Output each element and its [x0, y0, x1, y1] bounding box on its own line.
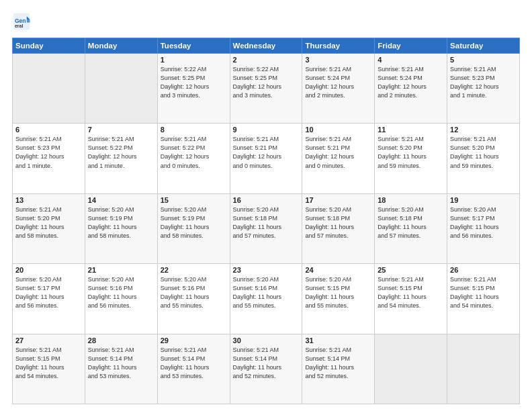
calendar-cell: 13Sunrise: 5:21 AM Sunset: 5:20 PM Dayli… — [13, 193, 85, 263]
weekday-header: Friday — [375, 38, 447, 54]
calendar-cell: 7Sunrise: 5:21 AM Sunset: 5:22 PM Daylig… — [85, 124, 157, 193]
calendar-cell: 23Sunrise: 5:20 AM Sunset: 5:16 PM Dayli… — [230, 264, 302, 334]
day-info: Sunrise: 5:22 AM Sunset: 5:25 PM Dayligh… — [161, 65, 227, 100]
day-info: Sunrise: 5:20 AM Sunset: 5:18 PM Dayligh… — [305, 205, 371, 240]
calendar-cell: 4Sunrise: 5:21 AM Sunset: 5:24 PM Daylig… — [375, 54, 447, 124]
calendar-table: SundayMondayTuesdayWednesdayThursdayFrid… — [12, 38, 520, 404]
day-number: 17 — [305, 196, 371, 204]
day-number: 14 — [88, 196, 154, 204]
weekday-header: Wednesday — [230, 38, 302, 54]
calendar-cell: 12Sunrise: 5:21 AM Sunset: 5:20 PM Dayli… — [447, 124, 520, 193]
calendar-week-row: 20Sunrise: 5:20 AM Sunset: 5:17 PM Dayli… — [13, 264, 520, 334]
calendar-cell: 24Sunrise: 5:20 AM Sunset: 5:15 PM Dayli… — [302, 264, 375, 334]
day-info: Sunrise: 5:21 AM Sunset: 5:22 PM Dayligh… — [88, 135, 154, 170]
day-info: Sunrise: 5:21 AM Sunset: 5:23 PM Dayligh… — [450, 65, 517, 100]
calendar-cell: 10Sunrise: 5:21 AM Sunset: 5:21 PM Dayli… — [302, 124, 375, 193]
calendar-cell: 2Sunrise: 5:22 AM Sunset: 5:25 PM Daylig… — [230, 54, 302, 124]
day-number: 15 — [161, 196, 227, 204]
day-number: 6 — [15, 126, 82, 134]
day-info: Sunrise: 5:20 AM Sunset: 5:17 PM Dayligh… — [15, 275, 82, 310]
calendar-cell: 27Sunrise: 5:21 AM Sunset: 5:15 PM Dayli… — [13, 334, 85, 404]
day-info: Sunrise: 5:21 AM Sunset: 5:15 PM Dayligh… — [378, 275, 444, 310]
calendar-week-row: 1Sunrise: 5:22 AM Sunset: 5:25 PM Daylig… — [13, 54, 520, 124]
day-info: Sunrise: 5:21 AM Sunset: 5:24 PM Dayligh… — [378, 65, 444, 100]
day-number: 12 — [450, 126, 517, 134]
day-info: Sunrise: 5:21 AM Sunset: 5:21 PM Dayligh… — [305, 135, 371, 170]
day-number: 24 — [305, 266, 371, 274]
calendar-cell — [85, 54, 157, 124]
weekday-header: Thursday — [302, 38, 375, 54]
calendar-cell: 5Sunrise: 5:21 AM Sunset: 5:23 PM Daylig… — [447, 54, 520, 124]
calendar-cell: 19Sunrise: 5:20 AM Sunset: 5:17 PM Dayli… — [447, 193, 520, 263]
calendar-cell: 14Sunrise: 5:20 AM Sunset: 5:19 PM Dayli… — [85, 193, 157, 263]
day-number: 4 — [378, 56, 444, 64]
day-info: Sunrise: 5:21 AM Sunset: 5:14 PM Dayligh… — [88, 346, 154, 381]
day-number: 31 — [305, 336, 371, 345]
calendar-cell: 29Sunrise: 5:21 AM Sunset: 5:14 PM Dayli… — [157, 334, 230, 404]
weekday-header: Tuesday — [157, 38, 230, 54]
calendar-week-row: 6Sunrise: 5:21 AM Sunset: 5:23 PM Daylig… — [13, 124, 520, 193]
day-info: Sunrise: 5:21 AM Sunset: 5:23 PM Dayligh… — [15, 135, 82, 170]
day-number: 30 — [233, 336, 300, 345]
calendar-header-row: SundayMondayTuesdayWednesdayThursdayFrid… — [13, 38, 520, 54]
day-number: 11 — [378, 126, 444, 134]
calendar-cell: 26Sunrise: 5:21 AM Sunset: 5:15 PM Dayli… — [447, 264, 520, 334]
calendar-cell: 17Sunrise: 5:20 AM Sunset: 5:18 PM Dayli… — [302, 193, 375, 263]
day-info: Sunrise: 5:21 AM Sunset: 5:20 PM Dayligh… — [378, 135, 444, 170]
calendar-week-row: 27Sunrise: 5:21 AM Sunset: 5:15 PM Dayli… — [13, 334, 520, 404]
day-number: 16 — [233, 196, 300, 204]
svg-text:Gen: Gen — [15, 17, 26, 24]
day-number: 28 — [88, 336, 154, 345]
day-info: Sunrise: 5:21 AM Sunset: 5:14 PM Dayligh… — [161, 346, 227, 381]
calendar-cell: 21Sunrise: 5:20 AM Sunset: 5:16 PM Dayli… — [85, 264, 157, 334]
day-number: 19 — [450, 196, 517, 204]
logo: Gen eral — [12, 12, 34, 31]
day-info: Sunrise: 5:21 AM Sunset: 5:22 PM Dayligh… — [161, 135, 227, 170]
weekday-header: Saturday — [447, 38, 520, 54]
day-info: Sunrise: 5:21 AM Sunset: 5:14 PM Dayligh… — [305, 346, 371, 381]
day-info: Sunrise: 5:22 AM Sunset: 5:25 PM Dayligh… — [233, 65, 300, 100]
calendar-cell: 20Sunrise: 5:20 AM Sunset: 5:17 PM Dayli… — [13, 264, 85, 334]
calendar-cell — [13, 54, 85, 124]
day-number: 13 — [15, 196, 82, 204]
logo-icon: Gen eral — [12, 12, 31, 31]
calendar-cell: 30Sunrise: 5:21 AM Sunset: 5:14 PM Dayli… — [230, 334, 302, 404]
day-number: 2 — [233, 56, 300, 64]
day-info: Sunrise: 5:20 AM Sunset: 5:18 PM Dayligh… — [233, 205, 300, 240]
day-number: 8 — [161, 126, 227, 134]
day-info: Sunrise: 5:21 AM Sunset: 5:24 PM Dayligh… — [305, 65, 371, 100]
day-number: 18 — [378, 196, 444, 204]
calendar-cell: 16Sunrise: 5:20 AM Sunset: 5:18 PM Dayli… — [230, 193, 302, 263]
calendar-cell: 22Sunrise: 5:20 AM Sunset: 5:16 PM Dayli… — [157, 264, 230, 334]
day-info: Sunrise: 5:20 AM Sunset: 5:18 PM Dayligh… — [378, 205, 444, 240]
calendar-cell: 28Sunrise: 5:21 AM Sunset: 5:14 PM Dayli… — [85, 334, 157, 404]
calendar-cell: 15Sunrise: 5:20 AM Sunset: 5:19 PM Dayli… — [157, 193, 230, 263]
day-info: Sunrise: 5:21 AM Sunset: 5:20 PM Dayligh… — [15, 205, 82, 240]
day-number: 26 — [450, 266, 517, 274]
day-number: 9 — [233, 126, 300, 134]
day-info: Sunrise: 5:21 AM Sunset: 5:15 PM Dayligh… — [15, 346, 82, 381]
calendar-cell: 3Sunrise: 5:21 AM Sunset: 5:24 PM Daylig… — [302, 54, 375, 124]
day-number: 10 — [305, 126, 371, 134]
day-info: Sunrise: 5:20 AM Sunset: 5:19 PM Dayligh… — [88, 205, 154, 240]
day-info: Sunrise: 5:21 AM Sunset: 5:15 PM Dayligh… — [450, 275, 517, 310]
calendar-cell: 11Sunrise: 5:21 AM Sunset: 5:20 PM Dayli… — [375, 124, 447, 193]
page: Gen eral SundayMondayTuesdayWednesdayThu… — [0, 0, 532, 411]
day-info: Sunrise: 5:21 AM Sunset: 5:21 PM Dayligh… — [233, 135, 300, 170]
calendar-cell: 9Sunrise: 5:21 AM Sunset: 5:21 PM Daylig… — [230, 124, 302, 193]
day-number: 20 — [15, 266, 82, 274]
day-number: 29 — [161, 336, 227, 345]
day-info: Sunrise: 5:21 AM Sunset: 5:14 PM Dayligh… — [233, 346, 300, 381]
day-number: 1 — [161, 56, 227, 64]
day-number: 27 — [15, 336, 82, 345]
day-info: Sunrise: 5:20 AM Sunset: 5:16 PM Dayligh… — [161, 275, 227, 310]
day-info: Sunrise: 5:20 AM Sunset: 5:16 PM Dayligh… — [88, 275, 154, 310]
day-number: 23 — [233, 266, 300, 274]
weekday-header: Monday — [85, 38, 157, 54]
day-number: 21 — [88, 266, 154, 274]
day-info: Sunrise: 5:21 AM Sunset: 5:20 PM Dayligh… — [450, 135, 517, 170]
day-number: 7 — [88, 126, 154, 134]
calendar-cell: 31Sunrise: 5:21 AM Sunset: 5:14 PM Dayli… — [302, 334, 375, 404]
day-info: Sunrise: 5:20 AM Sunset: 5:17 PM Dayligh… — [450, 205, 517, 240]
calendar-cell: 25Sunrise: 5:21 AM Sunset: 5:15 PM Dayli… — [375, 264, 447, 334]
